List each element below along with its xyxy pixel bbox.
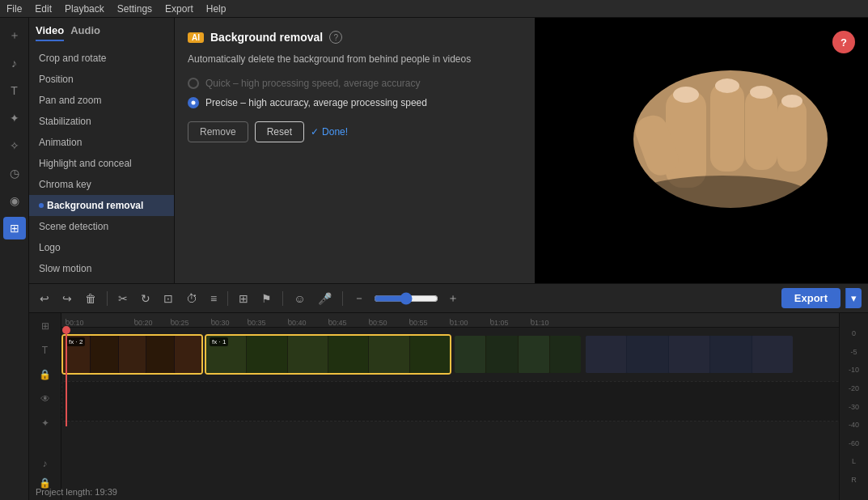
panel-item-highlight[interactable]: Highlight and conceal [29,153,174,174]
menu-file[interactable]: File [6,3,22,15]
track-control-1[interactable]: ⊞ [36,316,55,336]
scale-20: -20 [849,384,859,392]
option-quick-label: Quick – high processing speed, average a… [205,78,420,89]
music-icon[interactable]: ♪ [3,52,26,74]
clip-2-f6 [410,336,450,373]
clip-3-frames [455,336,581,373]
track-control-2[interactable]: T [36,341,55,360]
done-button[interactable]: ✓ Done! [311,126,348,138]
export-button[interactable]: Export [781,288,840,308]
mic-button[interactable]: 🎤 [314,290,336,307]
crop-button[interactable]: ⊡ [159,290,177,307]
clip-2-f3 [288,336,328,373]
panel-tabs: Video Audio [29,18,174,41]
svg-point-10 [633,176,811,216]
add-icon[interactable]: ＋ [3,24,26,47]
option-precise[interactable]: Precise – high accuracy, average process… [188,97,522,108]
clip-1-f2 [91,336,117,373]
clip-3-f1 [455,336,485,373]
zoom-slider[interactable] [374,292,438,305]
magic-icon[interactable]: ✧ [3,134,26,157]
text-icon[interactable]: T [3,79,26,102]
panel-item-crop[interactable]: Crop and rotate [29,48,174,69]
svg-rect-4 [777,99,807,172]
menu-edit[interactable]: Edit [35,3,52,15]
menu-export[interactable]: Export [165,3,193,15]
duration-button[interactable]: ⏱ [182,290,201,307]
rotate-button[interactable]: ↻ [137,290,155,307]
remove-button[interactable]: Remove [188,121,248,142]
right-scale: 0 -5 -10 -20 -30 -40 -60 L R [839,313,868,500]
clip-2-fx: fx · 1 [210,337,228,346]
clip-1[interactable]: fx · 2 [61,334,203,375]
panel-item-scene[interactable]: Scene detection [29,216,174,237]
clip-1-f4 [146,336,173,373]
clip-4-frames [586,336,793,373]
color-button[interactable]: ≡ [206,290,221,307]
scale-40: -40 [849,421,859,429]
panel-item-chroma[interactable]: Chroma key [29,174,174,195]
panel-item-position[interactable]: Position [29,69,174,90]
tab-audio[interactable]: Audio [70,24,100,41]
panel-item-slow-motion[interactable]: Slow motion [29,258,174,279]
ruler-00-45: 00:45 [328,319,347,327]
effects-icon[interactable]: ✦ [3,107,26,129]
clip-2-frames [206,336,450,373]
clip-1-fx: fx · 2 [66,337,85,346]
content-title: Background removal [210,31,323,44]
track-eye[interactable]: 👁 [36,389,55,409]
svg-point-7 [715,78,739,93]
clip-4-f5 [752,336,793,373]
zoom-out-button[interactable]: － [349,289,369,308]
scale-60: -60 [849,439,859,447]
option-quick[interactable]: Quick – high processing speed, average a… [188,78,522,89]
clip-3-f3 [519,336,549,373]
audio-icon[interactable]: ♪ [36,454,55,473]
toolbar-separator-4 [342,291,343,306]
clip-4[interactable] [584,334,794,375]
scale-30: -30 [849,403,859,411]
timeline: ↩ ↪ 🗑 ✂ ↻ ⊡ ⏱ ≡ ⊞ ⚑ ☺ 🎤 － ＋ Export ▾ ⊞ T… [29,283,868,500]
scale-5: -5 [850,348,857,356]
radio-quick[interactable] [188,78,199,89]
clock-icon[interactable]: ◷ [3,162,26,184]
panel-item-bg-removal[interactable]: Background removal [29,195,174,216]
flag-button[interactable]: ⚑ [257,290,276,307]
clip-4-f1 [586,336,626,373]
help-bubble[interactable]: ? [832,31,855,53]
menu-playback[interactable]: Playback [65,3,104,15]
delete-button[interactable]: 🗑 [81,290,100,307]
ruler-01-00: 01:00 [450,319,468,327]
clip-2[interactable]: fx · 1 [205,334,451,375]
undo-button[interactable]: ↩ [36,290,53,307]
menu-settings[interactable]: Settings [117,3,152,15]
zoom-in-button[interactable]: ＋ [443,289,463,308]
track-fx[interactable]: ✦ [36,413,55,433]
help-icon[interactable]: ? [329,31,342,44]
project-length: Project length: 19:39 [36,487,117,497]
tab-video[interactable]: Video [36,24,64,41]
menu-help[interactable]: Help [206,3,227,15]
cut-button[interactable]: ✂ [114,290,132,307]
panel-item-animation[interactable]: Animation [29,132,174,153]
sticker-icon[interactable]: ◉ [3,189,26,212]
grid-icon[interactable]: ⊞ [3,217,26,239]
content-description: Automatically delete the background from… [188,53,522,65]
panel-item-logo[interactable]: Logo [29,237,174,258]
panel-item-pan-zoom[interactable]: Pan and zoom [29,90,174,111]
ruler-00-25: 00:25 [171,319,189,327]
ruler-00-20: 00:20 [134,319,153,327]
timeline-toolbar: ↩ ↪ 🗑 ✂ ↻ ⊡ ⏱ ≡ ⊞ ⚑ ☺ 🎤 － ＋ Export ▾ [29,284,868,313]
svg-rect-3 [745,89,777,170]
redo-button[interactable]: ↪ [58,290,76,307]
track-lock[interactable]: 🔒 [36,365,55,384]
face-button[interactable]: ☺ [290,290,309,307]
ruler-00-50: 00:50 [369,319,387,327]
clip-3[interactable] [453,334,582,375]
toolbar-separator-3 [282,291,283,306]
overlay-button[interactable]: ⊞ [235,290,252,307]
reset-button[interactable]: Reset [255,121,304,142]
panel-item-stabilization[interactable]: Stabilization [29,111,174,132]
radio-precise[interactable] [188,97,199,108]
export-dropdown-button[interactable]: ▾ [845,288,862,308]
